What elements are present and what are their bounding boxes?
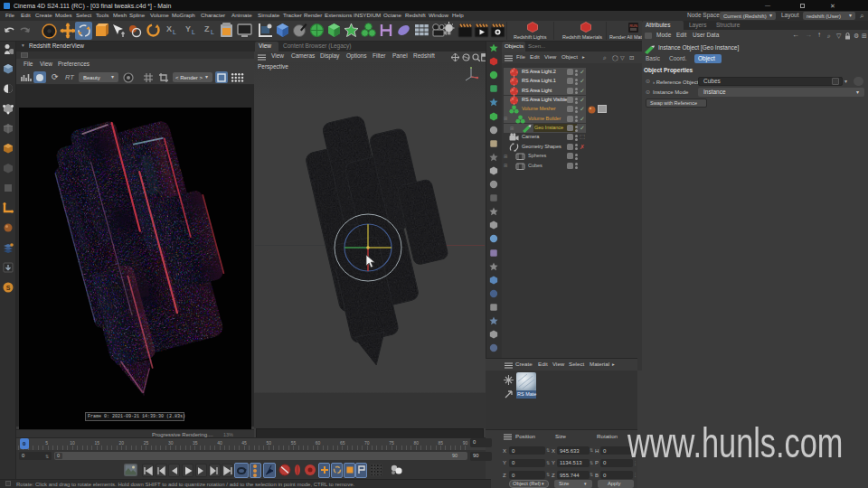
svg-text:RUN: RUN	[629, 23, 637, 28]
svg-text:S: S	[6, 285, 11, 291]
